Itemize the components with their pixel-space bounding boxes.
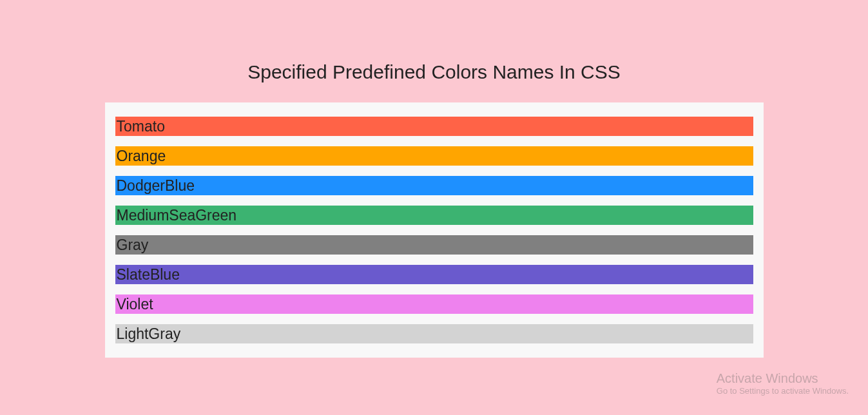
windows-activation-watermark: Activate Windows Go to Settings to activ… <box>717 371 849 396</box>
page-title: Specified Predefined Colors Names In CSS <box>0 0 868 102</box>
color-bar: MediumSeaGreen <box>115 206 753 225</box>
color-bar: Gray <box>115 235 753 255</box>
color-bar: Tomato <box>115 117 753 136</box>
color-list-container: Tomato Orange DodgerBlue MediumSeaGreen … <box>105 102 764 358</box>
watermark-subtitle: Go to Settings to activate Windows. <box>717 386 849 396</box>
color-bar: Orange <box>115 146 753 166</box>
color-bar: LightGray <box>115 324 753 343</box>
color-bar: Violet <box>115 294 753 314</box>
watermark-title: Activate Windows <box>717 371 849 386</box>
color-bar: SlateBlue <box>115 265 753 284</box>
color-bar: DodgerBlue <box>115 176 753 195</box>
